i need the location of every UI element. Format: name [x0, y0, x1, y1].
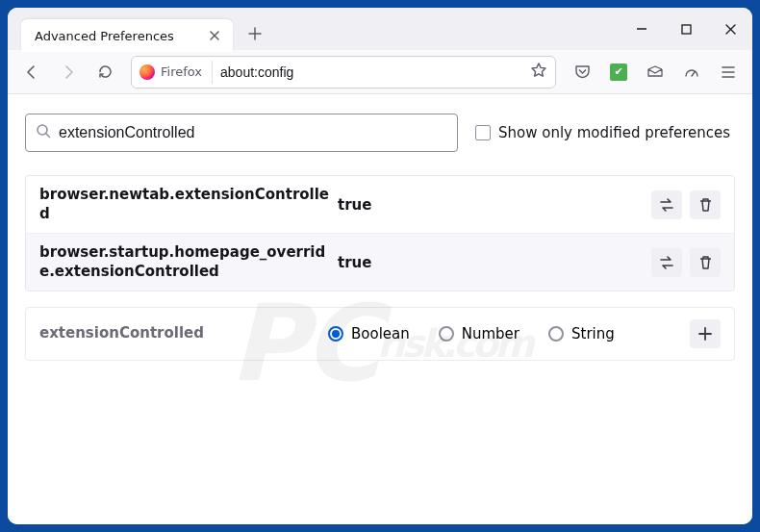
minimize-button[interactable]: [620, 8, 664, 50]
pref-name: browser.startup.homepage_override.extens…: [39, 243, 338, 281]
forward-button[interactable]: [52, 57, 85, 88]
radio-number[interactable]: Number: [439, 325, 519, 342]
about-config-content: Show only modified preferences browser.n…: [8, 94, 752, 524]
new-pref-name: extensionControlled: [39, 324, 328, 343]
pref-row[interactable]: browser.newtab.extensionControlled true: [26, 176, 734, 234]
new-pref-row: extensionControlled Boolean Number Strin…: [25, 307, 735, 361]
app-menu-button[interactable]: [712, 57, 745, 88]
show-only-modified-checkbox[interactable]: Show only modified preferences: [475, 124, 730, 141]
reload-button[interactable]: [89, 57, 121, 88]
maximize-button[interactable]: [664, 8, 708, 50]
checkbox-box-icon: [475, 125, 491, 140]
inbox-button[interactable]: [639, 57, 671, 88]
url-bar[interactable]: Firefox: [131, 56, 556, 89]
radio-circle-icon: [328, 326, 343, 342]
browser-window: Advanced Preferences: [8, 8, 752, 524]
radio-boolean[interactable]: Boolean: [328, 325, 410, 342]
add-pref-button[interactable]: [690, 319, 721, 348]
nav-toolbar: Firefox ✔: [8, 50, 752, 94]
dashboard-button[interactable]: [675, 57, 708, 88]
identity-box[interactable]: Firefox: [139, 61, 213, 84]
tab-title: Advanced Preferences: [35, 29, 206, 43]
search-box[interactable]: [25, 114, 458, 152]
pref-name: browser.newtab.extensionControlled: [39, 186, 338, 223]
url-input[interactable]: [220, 64, 522, 80]
toggle-button[interactable]: [651, 248, 682, 277]
svg-rect-0: [682, 25, 691, 34]
radio-label: Number: [462, 325, 519, 342]
radio-circle-icon: [439, 326, 454, 342]
radio-label: Boolean: [351, 325, 410, 342]
pref-value: true: [338, 254, 651, 271]
bookmark-star-icon[interactable]: [530, 62, 547, 83]
pref-actions: [651, 248, 721, 277]
delete-button[interactable]: [690, 190, 721, 219]
checkbox-label: Show only modified preferences: [498, 124, 730, 141]
back-button[interactable]: [15, 57, 48, 88]
firefox-logo-icon: [139, 64, 155, 80]
titlebar: Advanced Preferences: [8, 8, 752, 50]
pocket-button[interactable]: [566, 57, 598, 88]
delete-button[interactable]: [690, 248, 721, 277]
pref-value: true: [338, 196, 651, 214]
pref-list: browser.newtab.extensionControlled true …: [25, 175, 735, 291]
radio-label: String: [571, 325, 615, 342]
radio-string[interactable]: String: [548, 325, 615, 342]
pref-row[interactable]: browser.startup.homepage_override.extens…: [26, 234, 734, 291]
radio-circle-icon: [548, 326, 564, 342]
search-row: Show only modified preferences: [25, 114, 735, 152]
close-tab-icon[interactable]: [206, 27, 223, 44]
new-tab-button[interactable]: [241, 19, 269, 48]
extension-green-icon: ✔: [610, 63, 627, 81]
search-input[interactable]: [59, 124, 447, 141]
extension-button[interactable]: ✔: [602, 57, 635, 88]
close-window-button[interactable]: [708, 8, 752, 50]
type-radio-group: Boolean Number String: [328, 325, 690, 342]
tab-advanced-preferences[interactable]: Advanced Preferences: [21, 19, 233, 52]
search-icon: [36, 123, 51, 142]
window-controls: [620, 8, 752, 50]
identity-label: Firefox: [161, 64, 202, 79]
pref-actions: [651, 190, 721, 219]
toggle-button[interactable]: [651, 190, 682, 219]
